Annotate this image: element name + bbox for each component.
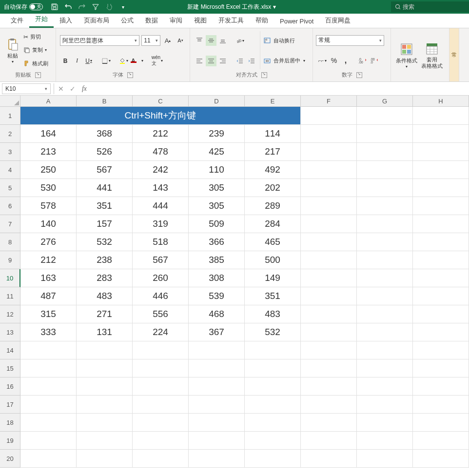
cell[interactable]: 567 — [133, 251, 189, 269]
cut-button[interactable]: ✂剪切 — [22, 31, 49, 43]
cell[interactable] — [189, 359, 245, 377]
cell[interactable] — [413, 143, 469, 161]
border-button[interactable]: ▾ — [100, 56, 112, 66]
cell[interactable]: 333 — [20, 323, 77, 341]
cell[interactable] — [413, 377, 469, 396]
tab-百度网盘[interactable]: 百度网盘 — [319, 13, 356, 28]
cell[interactable] — [20, 450, 77, 468]
cell[interactable] — [189, 450, 245, 468]
cell[interactable] — [301, 215, 357, 233]
cell[interactable] — [357, 396, 413, 414]
cell[interactable] — [301, 359, 357, 377]
cell[interactable] — [357, 125, 413, 143]
cell[interactable] — [357, 414, 413, 432]
cell[interactable]: 567 — [77, 161, 133, 179]
cell[interactable] — [357, 305, 413, 323]
row-header-18[interactable]: 18 — [0, 414, 20, 432]
cell[interactable] — [20, 432, 77, 450]
cell[interactable] — [301, 233, 357, 251]
cell[interactable]: 478 — [133, 143, 189, 161]
cell[interactable] — [413, 233, 469, 251]
cell[interactable]: 305 — [189, 197, 245, 215]
cell[interactable] — [413, 107, 469, 125]
cell[interactable]: 315 — [20, 305, 77, 323]
cell[interactable] — [413, 396, 469, 414]
increase-indent-button[interactable] — [246, 56, 257, 66]
tab-数据[interactable]: 数据 — [139, 13, 164, 28]
phonetic-button[interactable]: wén文▾ — [151, 56, 164, 66]
cell[interactable] — [77, 450, 133, 468]
cells-area[interactable]: Ctrl+Shift+方向键16436821223911421352647842… — [20, 107, 469, 468]
cell[interactable]: 368 — [77, 125, 133, 143]
cell[interactable]: 492 — [245, 161, 301, 179]
cell[interactable]: 242 — [133, 161, 189, 179]
filter-icon[interactable] — [91, 2, 100, 12]
tab-开发工具[interactable]: 开发工具 — [213, 13, 250, 28]
cell[interactable] — [133, 450, 189, 468]
cell[interactable]: 518 — [133, 233, 189, 251]
cell[interactable] — [133, 414, 189, 432]
comma-button[interactable]: , — [340, 55, 351, 66]
accounting-format-button[interactable]: ⌐⌐▾ — [317, 55, 328, 66]
cell[interactable]: 532 — [77, 233, 133, 251]
row-header-1[interactable]: 1 — [0, 107, 20, 125]
cell[interactable] — [77, 341, 133, 359]
cell[interactable] — [357, 323, 413, 341]
touch-mode-icon[interactable] — [104, 2, 114, 12]
cell[interactable] — [357, 143, 413, 161]
cell[interactable] — [245, 359, 301, 377]
search-input[interactable] — [403, 3, 465, 10]
underline-button[interactable]: U▾ — [83, 56, 94, 66]
cell[interactable] — [245, 432, 301, 450]
cell[interactable]: 530 — [20, 179, 77, 197]
cell[interactable] — [413, 305, 469, 323]
col-header-E[interactable]: E — [245, 96, 301, 107]
cell[interactable] — [413, 125, 469, 143]
tab-插入[interactable]: 插入 — [54, 13, 78, 28]
cell[interactable] — [189, 432, 245, 450]
cell[interactable]: 385 — [189, 251, 245, 269]
cell[interactable]: 213 — [20, 143, 77, 161]
row-header-10[interactable]: 10 — [0, 269, 20, 287]
cell[interactable]: 224 — [133, 323, 189, 341]
cell[interactable] — [357, 269, 413, 287]
cell[interactable] — [77, 377, 133, 396]
tab-视图[interactable]: 视图 — [188, 13, 213, 28]
cell[interactable] — [357, 432, 413, 450]
bold-button[interactable]: B — [60, 56, 71, 66]
row-header-7[interactable]: 7 — [0, 215, 20, 233]
cell[interactable] — [133, 432, 189, 450]
cell[interactable] — [20, 396, 77, 414]
col-header-C[interactable]: C — [133, 96, 189, 107]
cell[interactable] — [357, 341, 413, 359]
row-header-11[interactable]: 11 — [0, 287, 20, 305]
cell[interactable]: 157 — [77, 215, 133, 233]
fill-color-button[interactable]: ▾ — [118, 56, 129, 66]
cell[interactable]: 202 — [245, 179, 301, 197]
cell[interactable] — [413, 269, 469, 287]
font-size-combo[interactable]: 11▾ — [141, 35, 160, 46]
cell[interactable] — [133, 396, 189, 414]
cell[interactable] — [301, 377, 357, 396]
align-middle-button[interactable] — [206, 35, 216, 46]
cell[interactable] — [77, 414, 133, 432]
paste-button[interactable]: 粘贴 ▾ — [3, 30, 22, 70]
col-header-G[interactable]: G — [357, 96, 413, 107]
search-box[interactable] — [391, 1, 469, 12]
cell[interactable]: 149 — [245, 269, 301, 287]
alignment-dialog-launcher[interactable] — [261, 72, 267, 78]
col-header-F[interactable]: F — [301, 96, 357, 107]
select-all-button[interactable] — [0, 96, 20, 107]
increase-font-button[interactable]: A▴ — [162, 35, 173, 46]
cell[interactable] — [77, 396, 133, 414]
col-header-D[interactable]: D — [189, 96, 245, 107]
format-painter-button[interactable]: 格式刷 — [22, 58, 49, 69]
cell[interactable]: 526 — [77, 143, 133, 161]
row-header-12[interactable]: 12 — [0, 305, 20, 323]
cell[interactable] — [413, 359, 469, 377]
cell[interactable]: 212 — [20, 251, 77, 269]
cell[interactable] — [301, 143, 357, 161]
cell[interactable]: 308 — [189, 269, 245, 287]
cell[interactable] — [301, 125, 357, 143]
cell[interactable] — [413, 251, 469, 269]
